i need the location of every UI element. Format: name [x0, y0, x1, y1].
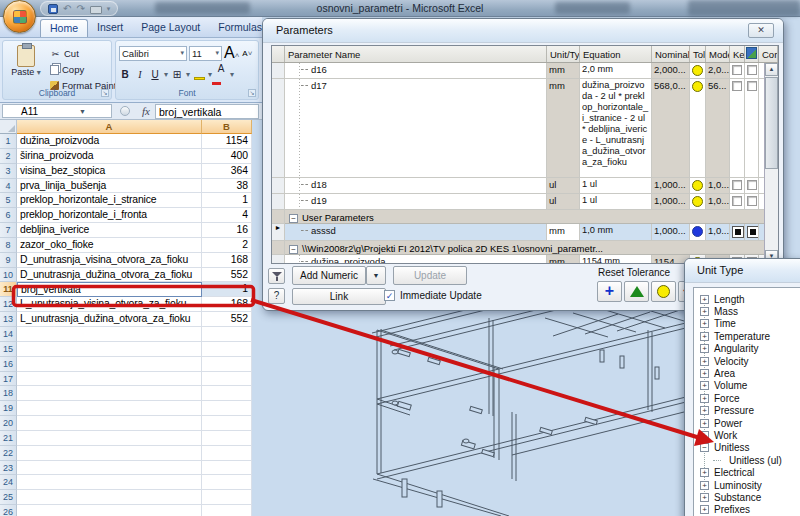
row-header-11[interactable]: 11	[0, 282, 17, 297]
add-numeric-button[interactable]: Add Numeric	[292, 266, 366, 285]
cut-button[interactable]: ✂Cut	[50, 46, 79, 61]
cell-A24[interactable]	[17, 475, 202, 490]
cell-B20[interactable]	[202, 416, 252, 431]
cell-A8[interactable]: zazor_oko_fioke	[17, 238, 202, 253]
expand-icon[interactable]: +	[700, 481, 709, 490]
paste-button[interactable]: Paste ▾	[6, 44, 46, 88]
expand-icon[interactable]: +	[700, 381, 709, 390]
cell-A12[interactable]: L_unutrasnja_visina_otvora_za_fioku	[17, 297, 202, 312]
key-checkbox[interactable]	[732, 180, 742, 190]
font-size-select[interactable]: 11▾	[189, 46, 222, 61]
export-checkbox[interactable]	[747, 226, 759, 238]
row-header-15[interactable]: 15	[0, 342, 17, 357]
column-header-A[interactable]: A	[17, 120, 202, 134]
cell-A10[interactable]: D_unutrasnja_dužina_otvora_za_fioku	[17, 268, 202, 283]
cell-B22[interactable]	[202, 446, 252, 461]
immediate-update-checkbox[interactable]: ✓	[384, 290, 395, 301]
cell-B10[interactable]: 552	[202, 268, 252, 283]
row-header-14[interactable]: 14	[0, 327, 17, 342]
parameter-name-cell[interactable]: d18	[285, 178, 547, 194]
cell-B12[interactable]: 168	[202, 297, 252, 312]
grow-font-button[interactable]: A˄	[224, 44, 239, 62]
group-label[interactable]: −User Parameters	[285, 210, 778, 224]
cell-A6[interactable]: preklop_horizontale_i_fronta	[17, 208, 202, 223]
tab-page-layout[interactable]: Page Layout	[132, 19, 209, 37]
font-color-button[interactable]: A	[215, 63, 227, 85]
save-icon[interactable]	[48, 4, 58, 14]
cell-B24[interactable]	[202, 475, 252, 490]
cell-A4[interactable]: prva_linija_bušenja	[17, 179, 202, 194]
tree-item-time[interactable]: +Time	[700, 318, 800, 330]
cell-B1[interactable]: 1154	[202, 134, 252, 149]
tree-item-angularity[interactable]: +Angularity	[700, 343, 800, 355]
key-cell[interactable]	[730, 63, 745, 79]
cell-B17[interactable]	[202, 372, 252, 387]
collapse-icon[interactable]: −	[289, 245, 298, 254]
unit-cell[interactable]: ul	[547, 178, 580, 194]
expand-icon[interactable]: +	[700, 406, 709, 415]
expand-icon[interactable]: +	[700, 493, 709, 502]
export-cell[interactable]	[745, 63, 759, 79]
expand-icon[interactable]: +	[700, 431, 709, 440]
expand-icon[interactable]: +	[700, 419, 709, 428]
qat-customize-icon[interactable]: ▾	[107, 2, 111, 15]
col-nominal[interactable]: Nominal V	[652, 46, 690, 62]
equation-cell[interactable]: 1,0 mm	[580, 224, 652, 241]
cell-A1[interactable]: dužina_proizvoda	[17, 134, 202, 149]
undo-icon[interactable]: ↶	[63, 2, 71, 15]
export-cell[interactable]	[745, 224, 759, 241]
tolerance-nominal-button[interactable]	[651, 281, 676, 302]
row-header-12[interactable]: 12	[0, 297, 17, 312]
tree-item-work[interactable]: +Work	[700, 429, 800, 441]
font-color-dropdown-icon[interactable]: ▾	[230, 70, 234, 79]
column-header-B[interactable]: B	[202, 120, 252, 134]
expand-icon[interactable]: +	[700, 319, 709, 328]
row-header-26[interactable]: 26	[0, 505, 17, 516]
namebox-dropdown-icon[interactable]: ▼	[56, 108, 111, 115]
parameter-name-cell[interactable]: asssd	[285, 224, 547, 241]
cell-B8[interactable]: 2	[202, 238, 252, 253]
tree-item-prefixes[interactable]: +Prefixes	[700, 504, 800, 516]
unit-cell[interactable]: mm	[547, 255, 580, 264]
row-header-8[interactable]: 8	[0, 238, 17, 253]
name-box[interactable]: A11▼	[2, 104, 112, 118]
fill-color-button[interactable]	[193, 69, 205, 80]
cell-A16[interactable]	[17, 357, 202, 372]
row-header-18[interactable]: 18	[0, 386, 17, 401]
key-checkbox[interactable]	[732, 65, 742, 75]
print-icon[interactable]	[90, 6, 102, 14]
tolerance-circle-icon[interactable]	[692, 180, 703, 191]
row-header-19[interactable]: 19	[0, 401, 17, 416]
cell-A13[interactable]: L_unutrasnja_dužina_otvora_za_fioku	[17, 312, 202, 327]
cell-A26[interactable]	[17, 505, 202, 516]
italic-button[interactable]: I	[134, 69, 146, 80]
dialog-titlebar[interactable]: Unit Type	[685, 259, 800, 283]
expand-icon[interactable]: +	[700, 369, 709, 378]
row-header-5[interactable]: 5	[0, 193, 17, 208]
select-all-corner[interactable]	[0, 120, 17, 134]
row-header-22[interactable]: 22	[0, 446, 17, 461]
expand-icon[interactable]: +	[700, 468, 709, 477]
tab-formulas[interactable]: Formulas	[209, 19, 262, 37]
cell-A20[interactable]	[17, 416, 202, 431]
tree-item-velocity[interactable]: +Velocity	[700, 355, 800, 367]
unit-cell[interactable]: ul	[547, 194, 580, 210]
key-checkbox[interactable]	[732, 226, 744, 238]
collapse-icon[interactable]: −	[700, 443, 709, 452]
cell-B25[interactable]	[202, 490, 252, 505]
cell-A7[interactable]: debljina_iverice	[17, 223, 202, 238]
bold-button[interactable]: B	[119, 69, 131, 80]
export-checkbox[interactable]	[747, 180, 757, 190]
cell-B3[interactable]: 364	[202, 164, 252, 179]
row-header-7[interactable]: 7	[0, 223, 17, 238]
cell-B4[interactable]: 38	[202, 179, 252, 194]
equation-cell[interactable]: 1154 mm	[580, 255, 652, 264]
cell-B23[interactable]	[202, 461, 252, 476]
col-mode[interactable]: Mode	[706, 46, 730, 62]
cell-B6[interactable]: 4	[202, 208, 252, 223]
underline-button[interactable]: U	[149, 69, 161, 80]
expand-icon[interactable]: +	[700, 505, 709, 514]
export-checkbox[interactable]	[747, 81, 757, 91]
unit-cell[interactable]: mm	[547, 224, 580, 241]
cell-A5[interactable]: preklop_horizontale_i_stranice	[17, 193, 202, 208]
